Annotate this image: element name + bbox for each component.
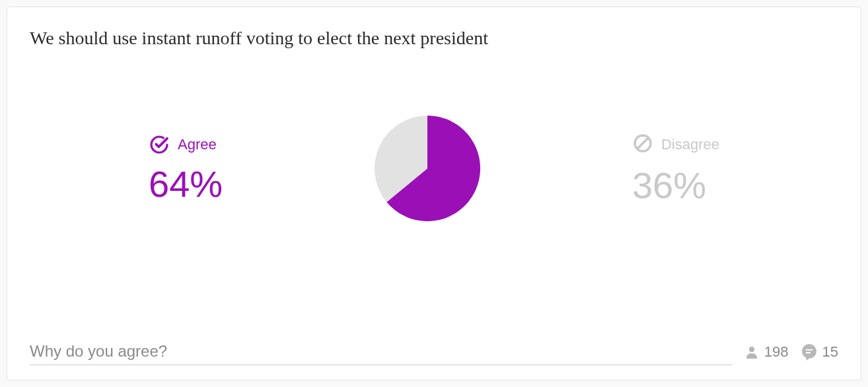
ban-icon — [632, 133, 653, 157]
participants-stat: 198 — [744, 343, 789, 361]
svg-rect-5 — [805, 352, 811, 353]
results-pie-chart — [375, 116, 480, 221]
comment-icon — [801, 343, 818, 361]
option-agree-label: Agree — [178, 136, 217, 153]
svg-point-3 — [802, 344, 816, 359]
poll-footer: 198 15 — [30, 338, 838, 365]
participants-count: 198 — [764, 343, 789, 361]
comment-input[interactable] — [30, 338, 732, 365]
comments-stat[interactable]: 15 — [801, 343, 838, 361]
option-agree[interactable]: Agree 64% — [149, 134, 223, 203]
comments-count: 15 — [822, 343, 838, 361]
user-icon — [744, 344, 760, 360]
option-agree-header: Agree — [149, 134, 223, 155]
option-disagree-percent: 36% — [632, 167, 719, 204]
svg-rect-4 — [805, 349, 813, 350]
svg-point-2 — [749, 346, 754, 351]
option-disagree-header: Disagree — [632, 133, 719, 157]
svg-line-1 — [637, 138, 648, 149]
check-circle-icon — [149, 134, 170, 155]
poll-results: Agree 64% Disagree 36% — [30, 116, 838, 221]
poll-title: We should use instant runoff voting to e… — [30, 27, 838, 50]
option-disagree[interactable]: Disagree 36% — [632, 133, 719, 204]
option-agree-percent: 64% — [149, 166, 223, 203]
option-disagree-label: Disagree — [661, 136, 719, 153]
poll-card: We should use instant runoff voting to e… — [7, 7, 861, 380]
